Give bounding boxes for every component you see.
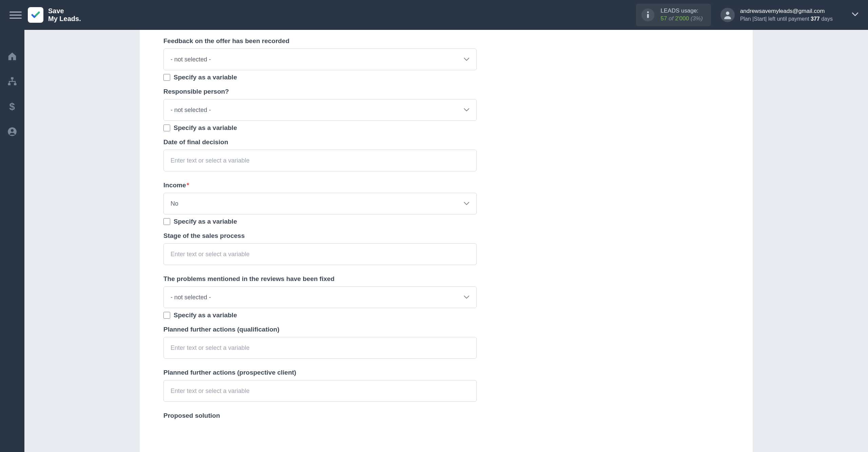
select-responsible[interactable]: - not selected -	[163, 99, 477, 121]
field-income: Income* No Specify as a variable	[163, 182, 477, 225]
page: Feedback on the offer has been recorded …	[24, 0, 868, 452]
checkmark-icon	[31, 10, 41, 20]
chevron-down-icon	[463, 56, 470, 63]
svg-rect-3	[11, 77, 14, 79]
input-planned-prospect[interactable]	[163, 380, 477, 402]
select-value: - not selected -	[171, 107, 211, 114]
field-feedback: Feedback on the offer has been recorded …	[163, 37, 477, 81]
usage-used: 57	[660, 15, 667, 22]
label-proposed: Proposed solution	[163, 412, 477, 419]
svg-point-0	[647, 12, 649, 13]
leads-usage-box: LEADS usage: 57 of 2'000 (3%)	[636, 4, 711, 26]
select-income[interactable]: No	[163, 193, 477, 214]
hamburger-menu-icon[interactable]	[9, 9, 22, 21]
select-value: - not selected -	[171, 56, 211, 63]
text-input[interactable]	[171, 150, 470, 171]
field-responsible: Responsible person? - not selected - Spe…	[163, 88, 477, 132]
usage-of: of	[669, 15, 675, 22]
select-value: No	[171, 200, 178, 207]
sidebar: $	[0, 30, 24, 452]
select-problems-fixed[interactable]: - not selected -	[163, 286, 477, 308]
input-final-decision[interactable]	[163, 150, 477, 171]
checkbox-responsible-variable[interactable]	[163, 125, 170, 131]
avatar-icon	[721, 8, 735, 22]
info-icon	[642, 8, 654, 21]
checkbox-feedback-variable[interactable]	[163, 74, 170, 81]
label-feedback: Feedback on the offer has been recorded	[163, 37, 477, 45]
checkbox-problems-fixed-variable[interactable]	[163, 312, 170, 319]
sidebar-connections[interactable]	[6, 75, 18, 88]
content-card: Feedback on the offer has been recorded …	[140, 30, 753, 452]
brand-name: Save My Leads.	[48, 7, 81, 23]
connections-icon	[7, 76, 17, 87]
home-icon	[7, 51, 17, 61]
label-income: Income*	[163, 182, 477, 189]
variable-row-income[interactable]: Specify as a variable	[163, 218, 477, 225]
variable-label: Specify as a variable	[174, 218, 237, 225]
variable-label: Specify as a variable	[174, 312, 237, 319]
form-column: Feedback on the offer has been recorded …	[140, 37, 477, 419]
text-input[interactable]	[171, 337, 470, 358]
checkbox-income-variable[interactable]	[163, 218, 170, 225]
label-planned-qual: Planned further actions (qualification)	[163, 326, 477, 333]
text-input[interactable]	[171, 380, 470, 401]
field-stage: Stage of the sales process	[163, 232, 477, 265]
user-plan: Plan |Start| left until payment 377 days	[740, 15, 833, 23]
variable-row-feedback[interactable]: Specify as a variable	[163, 74, 477, 81]
variable-label: Specify as a variable	[174, 74, 237, 81]
field-proposed: Proposed solution	[163, 412, 477, 419]
chevron-down-icon	[463, 294, 470, 301]
required-indicator: *	[187, 182, 189, 189]
svg-rect-1	[647, 14, 649, 18]
svg-rect-4	[8, 83, 11, 85]
user-icon	[7, 127, 17, 136]
brand-logo[interactable]	[28, 7, 43, 23]
label-stage: Stage of the sales process	[163, 232, 477, 240]
usage-percent: (3%)	[691, 15, 703, 22]
input-planned-qual[interactable]	[163, 337, 477, 359]
user-menu[interactable]: andrewsavemyleads@gmail.com Plan |Start|…	[721, 7, 859, 23]
user-email: andrewsavemyleads@gmail.com	[740, 7, 833, 15]
variable-label: Specify as a variable	[174, 124, 237, 132]
header: Save My Leads. LEADS usage: 57 of 2'000 …	[0, 0, 868, 30]
sidebar-home[interactable]	[6, 50, 18, 62]
field-final-decision: Date of final decision	[163, 138, 477, 171]
svg-point-8	[11, 129, 14, 132]
chevron-down-icon	[463, 200, 470, 207]
field-problems-fixed: The problems mentioned in the reviews ha…	[163, 275, 477, 319]
field-planned-qual: Planned further actions (qualification)	[163, 326, 477, 359]
variable-row-problems-fixed[interactable]: Specify as a variable	[163, 312, 477, 319]
chevron-down-icon	[852, 12, 859, 18]
select-feedback[interactable]: - not selected -	[163, 49, 477, 70]
sidebar-billing[interactable]: $	[6, 100, 18, 113]
usage-limit: 2'000	[675, 15, 689, 22]
svg-point-2	[726, 12, 729, 15]
sidebar-account[interactable]	[6, 126, 18, 138]
text-input[interactable]	[171, 244, 470, 265]
label-responsible: Responsible person?	[163, 88, 477, 95]
svg-text:$: $	[9, 101, 15, 112]
label-final-decision: Date of final decision	[163, 138, 477, 146]
label-problems-fixed: The problems mentioned in the reviews ha…	[163, 275, 477, 283]
field-planned-prospect: Planned further actions (prospective cli…	[163, 369, 477, 402]
dollar-icon: $	[9, 101, 16, 112]
variable-row-responsible[interactable]: Specify as a variable	[163, 124, 477, 132]
usage-label: LEADS usage:	[660, 7, 703, 15]
input-stage[interactable]	[163, 243, 477, 265]
svg-rect-5	[14, 83, 17, 85]
label-planned-prospect: Planned further actions (prospective cli…	[163, 369, 477, 376]
select-value: - not selected -	[171, 294, 211, 301]
chevron-down-icon	[463, 107, 470, 114]
